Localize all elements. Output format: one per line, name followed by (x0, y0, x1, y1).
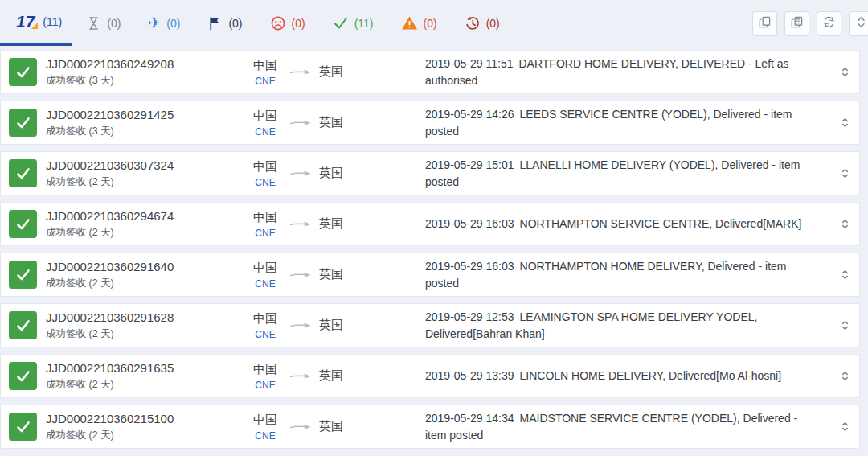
tracking-status: 成功签收 (2 天) (46, 327, 247, 341)
status-tab-bar: 17 (11) (0) ✈ (0) (0, 0, 868, 46)
destination-country: 英国 (319, 318, 343, 333)
tracking-list: JJD0002210360249208 成功签收 (3 天) 中国 CNE 英国… (0, 46, 868, 449)
tab-pickup[interactable]: (0) (194, 0, 256, 46)
route-arrow-icon (289, 369, 312, 384)
flag-icon (207, 15, 223, 31)
row-expand-control[interactable] (830, 203, 859, 245)
list-toolbar (752, 0, 868, 46)
delivered-check-icon (9, 261, 37, 289)
destination-country: 英国 (319, 267, 343, 282)
origin-country: 中国 (247, 261, 284, 276)
tab-all[interactable]: 17 (11) (0, 0, 72, 46)
origin-country: 中国 (247, 58, 284, 73)
refresh-icon (822, 15, 836, 32)
table-row[interactable]: JJD0002210360291628 成功签收 (2 天) 中国 CNE 英国… (0, 303, 860, 347)
event-time: 2019-05-29 12:53 (425, 310, 514, 323)
event-time: 2019-05-29 11:51 (425, 57, 514, 70)
origin-carrier[interactable]: CNE (247, 380, 284, 391)
tracking-status: 成功签收 (2 天) (46, 175, 247, 189)
tracking-number[interactable]: JJD0002210360249208 (46, 57, 247, 71)
check-icon (333, 15, 349, 31)
tab-expired-count: (0) (486, 17, 500, 30)
row-expand-control[interactable] (830, 152, 859, 195)
origin-carrier[interactable]: CNE (247, 278, 284, 290)
row-expand-control[interactable] (830, 304, 859, 347)
origin-carrier[interactable]: CNE (247, 329, 284, 340)
latest-event: 2019-05-29 11:51DARTFORD HOME DELIVERY, … (425, 55, 830, 89)
sad-face-icon (270, 15, 286, 31)
event-time: 2019-05-29 14:34 (425, 412, 514, 425)
origin-carrier[interactable]: CNE (247, 126, 284, 138)
copy-all-button[interactable] (784, 11, 809, 36)
copy-button[interactable] (752, 11, 777, 36)
tracking-status: 成功签收 (2 天) (46, 429, 247, 442)
tracking-number[interactable]: JJD0002210360294674 (46, 209, 247, 223)
table-row[interactable]: JJD0002210360307324 成功签收 (2 天) 中国 CNE 英国… (0, 151, 860, 195)
logo-17-icon: 17 (16, 13, 37, 30)
tracking-number[interactable]: JJD0002210360291640 (46, 260, 247, 273)
table-row[interactable]: JJD0002210360291635 成功签收 (2 天) 中国 CNE 英国… (0, 354, 860, 398)
event-time: 2019-05-29 15:01 (425, 158, 514, 171)
tracking-number[interactable]: JJD0002210360291628 (46, 310, 247, 324)
tab-in-transit[interactable]: ✈ (0) (134, 0, 194, 46)
status-tabs: 17 (11) (0) ✈ (0) (0, 0, 514, 46)
row-expand-control[interactable] (830, 101, 859, 144)
tracking-number[interactable]: JJD0002210360291635 (46, 361, 247, 375)
refresh-button[interactable] (817, 11, 841, 36)
warning-icon (401, 15, 418, 31)
origin-carrier[interactable]: CNE (247, 228, 284, 239)
latest-event: 2019-05-29 13:39LINCOLN HOME DELIVERY, D… (425, 368, 830, 384)
origin-carrier[interactable]: CNE (247, 430, 284, 442)
origin-country: 中国 (247, 362, 284, 377)
destination-country: 英国 (319, 216, 343, 232)
tracking-number[interactable]: JJD0002210360307324 (46, 158, 247, 172)
tracking-number[interactable]: JJD0002210360215100 (46, 412, 247, 425)
row-expand-control[interactable] (830, 253, 859, 296)
sort-order-button[interactable] (849, 11, 868, 36)
tracking-status: 成功签收 (2 天) (46, 378, 247, 392)
tab-undelivered[interactable]: (0) (256, 0, 319, 46)
route-arrow-icon (289, 166, 312, 181)
delivered-check-icon (9, 362, 37, 390)
latest-event: 2019-05-29 14:34MAIDSTONE SERVICE CENTRE… (425, 410, 830, 444)
event-text: NORTHAMPTON SERVICE CENTRE, Delivered[MA… (520, 217, 802, 230)
destination-country: 英国 (319, 115, 343, 130)
event-time: 2019-05-29 14:26 (425, 108, 514, 121)
origin-country: 中国 (247, 413, 284, 428)
plane-icon: ✈ (148, 15, 161, 31)
tab-all-count: (11) (43, 15, 62, 28)
origin-country: 中国 (247, 311, 284, 327)
tracking-status: 成功签收 (2 天) (46, 226, 247, 240)
origin-country: 中国 (247, 109, 284, 124)
destination-country: 英国 (319, 64, 343, 80)
table-row[interactable]: JJD0002210360249208 成功签收 (3 天) 中国 CNE 英国… (0, 50, 860, 94)
origin-country: 中国 (247, 210, 284, 225)
event-time: 2019-05-29 13:39 (425, 369, 514, 382)
tab-pending[interactable]: (0) (72, 0, 134, 46)
route-arrow-icon (289, 318, 312, 333)
row-expand-control[interactable] (830, 405, 859, 448)
table-row[interactable]: JJD0002210360291425 成功签收 (3 天) 中国 CNE 英国… (0, 101, 860, 145)
tracking-number[interactable]: JJD0002210360291425 (46, 108, 247, 121)
copy-icon (758, 15, 772, 32)
origin-carrier[interactable]: CNE (247, 177, 284, 188)
destination-country: 英国 (319, 419, 343, 434)
origin-carrier[interactable]: CNE (247, 76, 284, 87)
table-row[interactable]: JJD0002210360294674 成功签收 (2 天) 中国 CNE 英国… (0, 202, 860, 246)
latest-event: 2019-05-29 16:03NORTHAMPTON HOME DELIVER… (425, 258, 830, 292)
tab-expired[interactable]: (0) (451, 0, 514, 46)
tab-delivered[interactable]: (11) (319, 0, 387, 46)
latest-event: 2019-05-29 15:01LLANELLI HOME DELIVERY (… (425, 157, 830, 191)
event-time: 2019-05-29 16:03 (425, 260, 514, 273)
table-row[interactable]: JJD0002210360291640 成功签收 (2 天) 中国 CNE 英国… (0, 253, 860, 297)
destination-country: 英国 (319, 166, 343, 181)
tracking-status: 成功签收 (3 天) (46, 125, 247, 138)
route-arrow-icon (289, 116, 312, 130)
row-expand-control[interactable] (830, 355, 859, 397)
tab-in-transit-count: (0) (166, 17, 180, 30)
tracking-status: 成功签收 (2 天) (46, 277, 247, 290)
tab-alert[interactable]: (0) (387, 0, 451, 46)
table-row[interactable]: JJD0002210360215100 成功签收 (2 天) 中国 CNE 英国… (0, 405, 860, 449)
row-expand-control[interactable] (830, 51, 859, 93)
route-arrow-icon (289, 65, 312, 80)
